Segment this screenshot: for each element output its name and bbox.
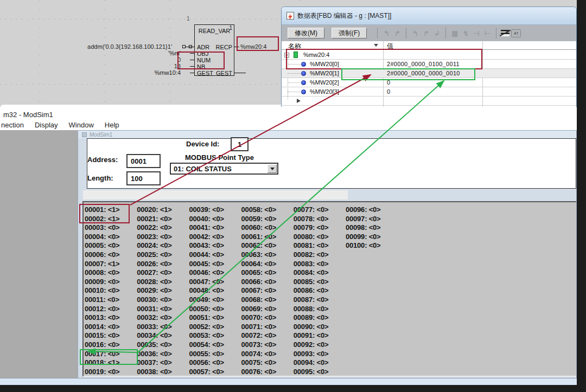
- coil-00066[interactable]: 00066: <0>: [241, 278, 277, 286]
- modsim-titlebar[interactable]: m32 - ModSim1: [0, 105, 577, 120]
- coil-00033[interactable]: 00033: <0>: [137, 323, 172, 331]
- release-values-icon[interactable]: ⊢: [482, 28, 493, 38]
- coil-00077[interactable]: 00077: <0>: [294, 205, 329, 214]
- table-row[interactable]: %MW20[1]2#0000_0000_0000_0010: [282, 69, 576, 78]
- coil-00009[interactable]: 00009: <0>: [85, 278, 120, 286]
- coil-00075[interactable]: 00075: <0>: [241, 358, 277, 367]
- coil-00094[interactable]: 00094: <0>: [294, 358, 329, 367]
- coil-00100[interactable]: 00100: <0>: [346, 241, 381, 249]
- coil-00082[interactable]: 00082: <0>: [294, 250, 329, 259]
- set-bit-icon[interactable]: ↰: [381, 28, 392, 38]
- gest-wire-value[interactable]: %mw10:4: [155, 69, 181, 76]
- coil-00015[interactable]: 00015: <0>: [85, 331, 120, 339]
- menu-item-help[interactable]: Help: [105, 121, 119, 129]
- coil-00085[interactable]: 00085: <0>: [294, 278, 329, 286]
- coil-00052[interactable]: 00052: <0>: [189, 323, 224, 331]
- hold-values-icon[interactable]: ⊣: [471, 28, 482, 38]
- coil-00068[interactable]: 00068: <0>: [241, 295, 277, 304]
- coil-00095[interactable]: 00095: <0>: [294, 368, 329, 376]
- filter-dropdown-icon[interactable]: [374, 44, 378, 47]
- dropdown-arrow-icon[interactable]: [267, 164, 277, 173]
- coil-00001[interactable]: 00001: <1>: [85, 205, 120, 214]
- grid-display-icon[interactable]: ▦: [449, 28, 460, 38]
- menu-item-display[interactable]: Display: [35, 121, 58, 129]
- coil-00031[interactable]: 00031: <0>: [137, 305, 172, 313]
- coil-00046[interactable]: 00046: <0>: [189, 268, 224, 277]
- coil-00079[interactable]: 00079: <0>: [294, 223, 329, 232]
- coil-00003[interactable]: 00003: <0>: [85, 223, 120, 232]
- coil-00040[interactable]: 00040: <0>: [189, 215, 224, 223]
- coil-00047[interactable]: 00047: <0>: [189, 278, 224, 286]
- coil-00037[interactable]: 00037: <0>: [137, 358, 172, 367]
- coil-00048[interactable]: 00048: <0>: [189, 286, 224, 294]
- coil-00061[interactable]: 00061: <0>: [241, 233, 277, 241]
- coil-00036[interactable]: 00036: <0>: [137, 350, 172, 358]
- coil-00026[interactable]: 00026: <0>: [137, 260, 172, 268]
- coil-00097[interactable]: 00097: <0>: [346, 215, 381, 223]
- force-reset-icon[interactable]: ↱: [421, 28, 431, 38]
- coil-00096[interactable]: 00096: <0>: [346, 205, 381, 214]
- coil-00072[interactable]: 00072: <0>: [241, 331, 277, 339]
- coil-00081[interactable]: 00081: <0>: [294, 241, 329, 249]
- coil-00078[interactable]: 00078: <0>: [294, 215, 329, 223]
- coil-00042[interactable]: 00042: <0>: [189, 233, 224, 241]
- name-column-header[interactable]: 名称: [288, 42, 301, 51]
- coil-00076[interactable]: 00076: <0>: [241, 368, 277, 376]
- coil-00027[interactable]: 00027: <0>: [137, 268, 172, 277]
- force-set-icon[interactable]: ↰: [410, 28, 421, 38]
- coil-00087[interactable]: 00087: <0>: [294, 295, 329, 304]
- coil-00034[interactable]: 00034: <0>: [137, 331, 172, 339]
- coil-00017[interactable]: 00017: <0>: [85, 350, 120, 358]
- read-var-block[interactable]: 1 READ_VAR ADR OBJ NUM NB GEST RECP GEST: [194, 24, 234, 76]
- clear-force-icon[interactable]: ↲: [431, 28, 442, 38]
- table-row[interactable]: [282, 97, 576, 106]
- coil-00007[interactable]: 00007: <1>: [85, 260, 120, 268]
- table-row[interactable]: %MW20[3]0: [282, 87, 576, 97]
- modsim1-titlebar[interactable]: ModSim1: [78, 131, 576, 138]
- coil-00092[interactable]: 00092: <0>: [294, 340, 329, 349]
- coil-00065[interactable]: 00065: <0>: [241, 268, 277, 277]
- at-mode-icon[interactable]: AT: [511, 28, 521, 38]
- coil-00010[interactable]: 00010: <0>: [85, 286, 120, 294]
- coil-00083[interactable]: 00083: <0>: [294, 260, 329, 268]
- value-column-header[interactable]: 值: [387, 42, 393, 51]
- coil-00056[interactable]: 00056: <0>: [189, 358, 224, 367]
- coil-00016[interactable]: 00016: <0>: [85, 340, 120, 349]
- coil-00090[interactable]: 00090: <0>: [294, 323, 329, 331]
- coil-00089[interactable]: 00089: <0>: [294, 313, 329, 322]
- coil-00055[interactable]: 00055: <0>: [189, 350, 224, 358]
- coil-00002[interactable]: 00002: <1>: [85, 215, 120, 223]
- menu-item-window[interactable]: Window: [69, 121, 94, 129]
- coil-00005[interactable]: 00005: <0>: [85, 241, 120, 249]
- coil-00039[interactable]: 00039: <0>: [189, 205, 224, 214]
- coil-00045[interactable]: 00045: <0>: [189, 260, 224, 268]
- coil-00058[interactable]: 00058: <0>: [241, 205, 277, 214]
- force-button[interactable]: 强制(F): [332, 28, 367, 38]
- address-field[interactable]: 0001: [126, 154, 161, 168]
- coil-00035[interactable]: 00035: <0>: [137, 340, 172, 349]
- coil-00018[interactable]: 00018: <1>: [85, 358, 120, 367]
- coil-00059[interactable]: 00059: <0>: [241, 215, 277, 223]
- coil-00038[interactable]: 00038: <0>: [137, 368, 172, 376]
- table-row[interactable]: %MW20[2]0: [282, 78, 576, 87]
- coil-00030[interactable]: 00030: <0>: [137, 295, 172, 304]
- display-format-icon[interactable]: [500, 28, 511, 38]
- coil-00006[interactable]: 00006: <0>: [85, 250, 120, 259]
- nb-wire-value[interactable]: 18: [174, 63, 181, 69]
- obj-wire-value[interactable]: '%m': [168, 50, 181, 56]
- coil-00013[interactable]: 00013: <0>: [85, 313, 120, 322]
- coil-00069[interactable]: 00069: <0>: [241, 305, 277, 313]
- data-table-titlebar[interactable]: 数据表[FBD 编辑器 - g : [MAST]]: [282, 7, 576, 25]
- coil-00004[interactable]: 00004: <0>: [85, 233, 120, 241]
- coil-00086[interactable]: 00086: <0>: [294, 286, 329, 294]
- coil-00022[interactable]: 00022: <0>: [137, 223, 172, 232]
- coil-00051[interactable]: 00051: <0>: [189, 313, 224, 322]
- coil-00071[interactable]: 00071: <0>: [241, 323, 277, 331]
- coil-00091[interactable]: 00091: <0>: [294, 331, 329, 339]
- coil-00057[interactable]: 00057: <0>: [189, 368, 224, 376]
- coil-00021[interactable]: 00021: <0>: [137, 215, 172, 223]
- coil-00011[interactable]: 00011: <0>: [85, 295, 119, 304]
- coil-00014[interactable]: 00014: <0>: [85, 323, 120, 331]
- num-wire-value[interactable]: 0: [177, 56, 181, 63]
- coil-00074[interactable]: 00074: <0>: [241, 350, 277, 358]
